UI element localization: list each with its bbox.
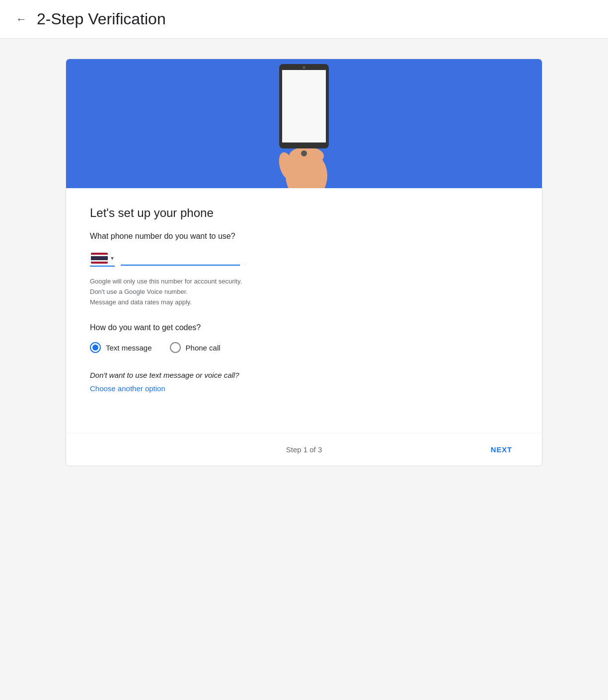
radio-text-inner [92,345,98,350]
radio-option-text[interactable]: Text message [90,342,152,353]
choose-another-option-link[interactable]: Choose another option [90,384,165,393]
step-indicator: Step 1 of 3 [286,445,322,454]
radio-call-outer [170,342,181,353]
radio-option-call[interactable]: Phone call [170,342,221,353]
alternative-section: Don't want to use text message or voice … [90,371,518,393]
next-button[interactable]: NEXT [485,441,518,458]
codes-section-label: How do you want to get codes? [90,323,518,332]
phone-section-label: What phone number do you want to use? [90,232,518,241]
phone-input-row: ▾ [90,251,518,267]
thai-flag-icon [91,253,108,264]
disclaimer-line3: Message and data rates may apply. [90,297,518,308]
country-dropdown-arrow: ▾ [111,255,114,262]
disclaimer-line1: Google will only use this number for acc… [90,277,518,287]
disclaimer-line2: Don't use a Google Voice number. [90,287,518,297]
setup-title: Let's set up your phone [90,206,518,220]
alt-question: Don't want to use text message or voice … [90,371,518,379]
radio-call-label: Phone call [186,344,221,352]
page-header: ← 2-Step Verification [0,0,608,39]
card-body: Let's set up your phone What phone numbe… [66,188,542,433]
radio-group: Text message Phone call [90,342,518,353]
content-wrapper: Let's set up your phone What phone numbe… [0,39,608,700]
main-card: Let's set up your phone What phone numbe… [66,59,542,466]
country-selector[interactable]: ▾ [90,251,115,267]
radio-text-label: Text message [106,344,152,352]
hero-banner [66,59,542,188]
disclaimer-text: Google will only use this number for acc… [90,277,518,307]
card-footer: Step 1 of 3 NEXT [66,433,542,466]
svg-point-2 [289,147,324,165]
phone-illustration [264,59,344,188]
radio-text-outer [90,342,101,353]
back-button[interactable]: ← [16,14,27,25]
svg-point-6 [301,150,307,156]
phone-number-input[interactable] [121,252,240,266]
page-title: 2-Step Verification [37,10,166,28]
svg-point-5 [303,66,305,69]
svg-rect-4 [282,70,326,142]
